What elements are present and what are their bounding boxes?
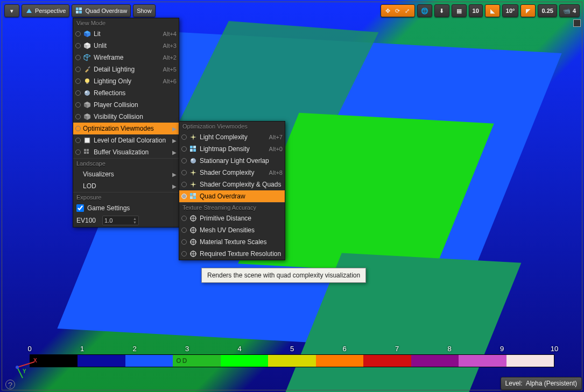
menu-item-shortcut: Alt+8 — [269, 169, 283, 176]
legend-tick: 4 — [237, 345, 241, 353]
menu-item-label: Light Complexity — [200, 133, 266, 141]
spark-icon — [189, 168, 198, 177]
svg-point-33 — [191, 159, 193, 161]
menu-item-shortcut: Alt+5 — [163, 66, 177, 73]
svg-rect-26 — [84, 152, 86, 154]
svg-line-50 — [17, 362, 34, 367]
svg-rect-25 — [87, 149, 89, 151]
menu-item-lod-coloration[interactable]: Level of Detail Coloration ▶ — [73, 134, 179, 146]
svg-rect-36 — [190, 196, 193, 199]
legend-segment — [268, 355, 315, 367]
menu-item-required-texture-resolution[interactable]: Required Texture Resolution — [179, 248, 285, 260]
perspective-button[interactable]: Perspective — [22, 4, 69, 17]
surface-snap-button[interactable]: ⬇ — [434, 4, 449, 17]
menu-item-label: Lighting Only — [94, 77, 160, 85]
menu-item-primitive-distance[interactable]: Primitive Distance — [179, 212, 285, 224]
cube-wire-icon — [83, 53, 92, 62]
legend-segment — [363, 355, 411, 367]
radio-icon — [181, 194, 187, 199]
grid-icon — [189, 145, 198, 153]
menu-item-shortcut: Alt+2 — [163, 54, 177, 61]
legend-tick: 10 — [551, 345, 558, 353]
menu-item-optimization-viewmodes[interactable]: Optimization Viewmodes ▶ — [73, 123, 179, 134]
view-mode-button[interactable]: Quad Overdraw — [72, 4, 131, 17]
grid-snap-button[interactable]: ▦ — [452, 4, 467, 17]
menu-item-label: Mesh UV Densities — [200, 226, 283, 234]
radio-icon — [181, 158, 187, 163]
radio-icon — [75, 102, 81, 108]
scale-icon: ⤢ — [404, 7, 411, 15]
spinner-arrows-icon: ▲▼ — [133, 217, 137, 224]
move-icon: ✥ — [384, 7, 392, 15]
grid-icon — [189, 192, 198, 201]
menu-item-visualizers[interactable]: Visualizers ▶ — [73, 168, 179, 180]
menu-item-detail-lighting[interactable]: Detail Lighting Alt+5 — [73, 63, 179, 75]
angle-snap-value[interactable]: 10° — [502, 4, 519, 17]
ev100-spinner[interactable]: 1.0 ▲▼ — [102, 216, 139, 225]
optimization-viewmodes-submenu: Optimization Viewmodes Light Complexity … — [179, 121, 285, 260]
menu-item-shader-complexity-quads[interactable]: Shader Complexity & Quads — [179, 179, 285, 190]
view-mode-label: Quad Overdraw — [85, 8, 127, 14]
menu-item-label: Required Texture Resolution — [200, 250, 283, 258]
camera-speed-button[interactable]: 📹 4 — [559, 4, 580, 17]
radio-icon — [181, 227, 187, 233]
ev100-label: EV100 — [76, 217, 96, 224]
angle-snap-button[interactable]: ◣ — [485, 4, 500, 17]
surface-snap-icon: ⬇ — [438, 7, 446, 15]
svg-line-12 — [88, 67, 90, 68]
menu-item-material-texture-scales[interactable]: Material Texture Scales — [179, 236, 285, 248]
svg-rect-28 — [190, 146, 193, 148]
radio-icon — [181, 182, 187, 187]
menu-item-label: Primitive Distance — [200, 215, 283, 222]
menu-item-shader-complexity[interactable]: Shader Complexity Alt+8 — [179, 167, 285, 179]
menu-item-stationary-light-overlap[interactable]: Stationary Light Overlap — [179, 155, 285, 167]
maximize-viewport-button[interactable] — [573, 19, 581, 27]
menu-item-reflections[interactable]: Reflections — [73, 87, 179, 99]
radio-icon — [181, 239, 187, 245]
perspective-label: Perspective — [35, 8, 66, 14]
radio-icon — [75, 149, 81, 155]
menu-item-label: Shader Complexity — [200, 169, 266, 176]
radio-icon — [75, 43, 81, 48]
axis-gizmo[interactable]: X Y — [8, 358, 40, 380]
menu-item-visibility-collision[interactable]: Visibility Collision — [73, 111, 179, 123]
axis-y-label: Y — [23, 368, 26, 374]
svg-marker-11 — [84, 54, 90, 61]
transform-mode-buttons[interactable]: ✥ ⟳ ⤢ — [381, 4, 415, 17]
scale-snap-button[interactable]: ◤ — [520, 4, 536, 17]
menu-item-buffer-visualization[interactable]: Buffer Visualization ▶ — [73, 146, 179, 158]
menu-item-label: Material Texture Scales — [200, 238, 283, 246]
spark-icon — [189, 180, 198, 189]
menu-item-wireframe[interactable]: Wireframe Alt+2 — [73, 52, 179, 63]
target-icon — [189, 238, 198, 246]
grid-snap-value[interactable]: 10 — [469, 4, 483, 17]
scale-snap-value[interactable]: 0.25 — [538, 4, 557, 17]
menu-item-lod[interactable]: LOD ▶ — [73, 180, 179, 192]
status-bar-level[interactable]: Level: Alpha (Persistent) — [501, 377, 582, 390]
svg-marker-0 — [26, 9, 32, 13]
menu-item-lit[interactable]: Lit Alt+4 — [73, 28, 179, 40]
legend-segment — [411, 355, 459, 367]
menu-item-lightmap-density[interactable]: Lightmap Density Alt+0 — [179, 143, 285, 155]
menu-item-light-complexity[interactable]: Light Complexity Alt+7 — [179, 131, 285, 143]
menu-check-game-settings[interactable]: Game Settings — [73, 202, 179, 214]
menu-item-quad-overdraw[interactable]: Quad Overdraw — [179, 190, 285, 202]
coordinate-space-button[interactable]: 🌐 — [417, 4, 432, 17]
menu-item-player-collision[interactable]: Player Collision — [73, 99, 179, 111]
show-button[interactable]: Show — [133, 4, 156, 17]
menu-item-unlit[interactable]: Unlit Alt+3 — [73, 40, 179, 52]
menu-section-landscape: Landscape — [73, 158, 179, 168]
viewport-options-dropdown[interactable]: ▾ — [4, 4, 19, 17]
menu-item-shortcut: Alt+0 — [269, 146, 283, 152]
radio-icon — [75, 126, 81, 131]
menu-item-mesh-uv-densities[interactable]: Mesh UV Densities — [179, 224, 285, 236]
cube-gray-icon — [83, 112, 92, 121]
menu-item-lighting-only[interactable]: Lighting Only Alt+6 — [73, 75, 179, 87]
checkbox-game-settings[interactable] — [76, 204, 84, 212]
radio-icon — [75, 79, 81, 84]
status-label: Level: — [505, 380, 523, 387]
help-button[interactable]: ? — [5, 380, 15, 389]
svg-rect-24 — [84, 149, 86, 151]
toolbar-left: ▾ Perspective Quad Overdraw Show — [4, 4, 156, 17]
svg-point-52 — [16, 366, 19, 369]
